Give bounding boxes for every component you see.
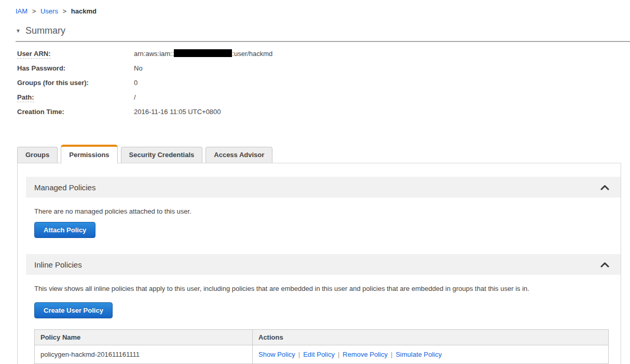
breadcrumb-separator: > bbox=[63, 7, 67, 15]
tab-security-credentials[interactable]: Security Credentials bbox=[121, 147, 203, 163]
show-policy-link[interactable]: Show Policy bbox=[258, 351, 295, 358]
action-separator: | bbox=[391, 351, 392, 358]
managed-policies-empty-text: There are no managed policies attached t… bbox=[34, 207, 612, 215]
chevron-up-icon[interactable] bbox=[600, 185, 609, 190]
tab-bar: Groups Permissions Security Credentials … bbox=[17, 145, 630, 163]
summary-fields: User ARN: arn:aws:iam:::user/hackmd Has … bbox=[17, 46, 630, 119]
create-user-policy-button[interactable]: Create User Policy bbox=[34, 302, 113, 318]
action-separator: | bbox=[298, 351, 300, 358]
policy-name-cell: policygen-hackmd-201611161111 bbox=[35, 345, 253, 364]
managed-policies-title: Managed Policies bbox=[34, 183, 95, 192]
field-label: User ARN: bbox=[17, 50, 134, 58]
redacted-account-id bbox=[174, 49, 232, 57]
actions-cell: Show Policy|Edit Policy|Remove Policy|Si… bbox=[253, 345, 609, 364]
breadcrumb-link-users[interactable]: Users bbox=[40, 7, 58, 15]
managed-policies-body: There are no managed policies attached t… bbox=[26, 198, 621, 254]
policy-name-column-header: Policy Name bbox=[35, 330, 253, 345]
field-row-creation-time: Creation Time: 2016-11-16 11:05 UTC+0800 bbox=[17, 104, 630, 119]
remove-policy-link[interactable]: Remove Policy bbox=[343, 351, 388, 358]
table-header-row: Policy Name Actions bbox=[35, 330, 609, 345]
simulate-policy-link[interactable]: Simulate Policy bbox=[395, 351, 442, 358]
caret-down-icon: ▼ bbox=[16, 28, 21, 34]
summary-divider bbox=[16, 41, 630, 42]
field-label: Path: bbox=[17, 93, 134, 101]
inline-policies-section-header[interactable]: Inline Policies bbox=[26, 254, 621, 275]
groups-count-value: 0 bbox=[134, 79, 138, 87]
breadcrumb-current-user: hackmd bbox=[71, 7, 97, 15]
field-row-has-password: Has Password: No bbox=[17, 61, 630, 75]
field-label: Groups (for this user): bbox=[17, 79, 134, 87]
chevron-up-icon[interactable] bbox=[600, 262, 609, 268]
field-label: Creation Time: bbox=[17, 108, 134, 116]
user-arn-value: arn:aws:iam:::user/hackmd bbox=[134, 49, 272, 58]
actions-column-header: Actions bbox=[253, 330, 609, 345]
field-label: Has Password: bbox=[17, 64, 134, 72]
tab-groups[interactable]: Groups bbox=[17, 147, 58, 163]
breadcrumb: IAM > Users > hackmd bbox=[0, 0, 630, 15]
summary-title: Summary bbox=[25, 25, 65, 36]
path-value: / bbox=[134, 93, 136, 101]
managed-policies-section-header[interactable]: Managed Policies bbox=[26, 177, 621, 198]
has-password-value: No bbox=[134, 64, 143, 72]
field-row-user-arn: User ARN: arn:aws:iam:::user/hackmd bbox=[17, 46, 630, 61]
action-separator: | bbox=[338, 351, 339, 358]
iam-user-detail-page: IAM > Users > hackmd ▼ Summary User ARN:… bbox=[0, 0, 630, 364]
permissions-tab-panel: Managed Policies There are no managed po… bbox=[17, 163, 621, 364]
attach-policy-button[interactable]: Attach Policy bbox=[34, 222, 95, 238]
inline-policies-description: This view shows all inline policies that… bbox=[34, 285, 612, 292]
tab-access-advisor[interactable]: Access Advisor bbox=[206, 147, 272, 163]
inline-policies-table: Policy Name Actions policygen-hackmd-201… bbox=[34, 329, 609, 364]
inline-policies-body: This view shows all inline policies that… bbox=[26, 275, 621, 364]
edit-policy-link[interactable]: Edit Policy bbox=[303, 351, 335, 358]
table-row: policygen-hackmd-201611161111 Show Polic… bbox=[35, 345, 609, 364]
field-row-groups: Groups (for this user): 0 bbox=[17, 75, 630, 90]
inline-policies-title: Inline Policies bbox=[34, 260, 82, 269]
summary-collapse-header[interactable]: ▼ Summary bbox=[16, 25, 630, 36]
creation-time-value: 2016-11-16 11:05 UTC+0800 bbox=[134, 108, 221, 116]
tab-permissions[interactable]: Permissions bbox=[61, 145, 117, 163]
breadcrumb-separator: > bbox=[32, 7, 36, 15]
breadcrumb-link-iam[interactable]: IAM bbox=[16, 7, 28, 15]
field-row-path: Path: / bbox=[17, 90, 630, 104]
